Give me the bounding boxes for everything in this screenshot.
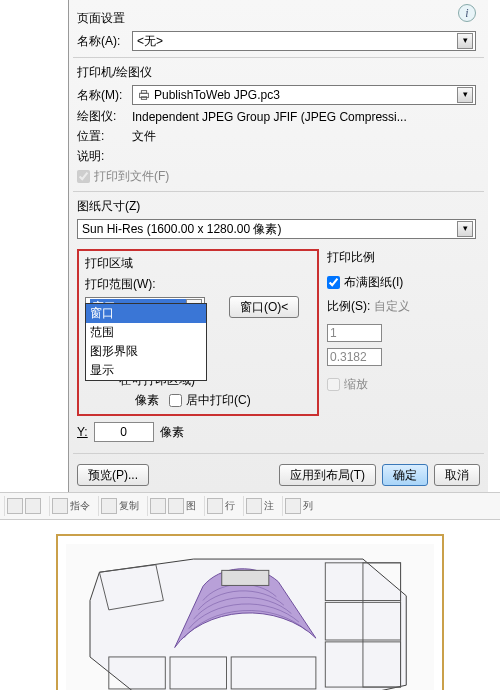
center-print-checkbox[interactable]: 居中打印(C): [169, 392, 251, 409]
print-preview-area: [0, 520, 500, 690]
tool-icon[interactable]: [168, 498, 184, 514]
location-value: 文件: [132, 128, 480, 145]
printer-group: 打印机/绘图仪 名称(M): PublishToWeb JPG.pc3 ▾ 绘图…: [77, 62, 480, 185]
dropdown-item[interactable]: 图形界限: [86, 342, 206, 361]
combo-text: Sun Hi-Res (1600.00 x 1280.00 像素): [82, 221, 457, 238]
ribbon-toolbar: 指令 复制 图 行 注 列: [0, 492, 500, 520]
preview-frame: [56, 534, 444, 690]
range-dropdown[interactable]: 窗口 范围 图形界限 显示: [85, 303, 207, 381]
center-print-label: 居中打印(C): [186, 392, 251, 409]
unit-label: 像素: [135, 392, 159, 409]
tb-group[interactable]: 复制: [98, 496, 141, 516]
floorplan-drawing: [66, 544, 434, 690]
ratio-value: 自定义: [374, 298, 410, 315]
dropdown-item[interactable]: 范围: [86, 323, 206, 342]
scale-num1-input[interactable]: [327, 324, 382, 342]
window-button[interactable]: 窗口(O)<: [229, 296, 299, 318]
print-to-file-checkbox: 打印到文件(F): [77, 168, 169, 185]
unit-label: 像素: [160, 424, 184, 441]
chevron-down-icon[interactable]: ▾: [457, 87, 473, 103]
info-icon[interactable]: i: [458, 4, 476, 22]
print-dialog: i 页面设置 名称(A): <无> ▾ 打印机/绘图仪 名称(M): Publi…: [68, 0, 488, 492]
shrink-checkbox: 缩放: [327, 376, 368, 393]
fit-label: 布满图纸(I): [344, 274, 403, 291]
ok-button[interactable]: 确定: [382, 464, 428, 486]
dropdown-item[interactable]: 窗口: [86, 304, 206, 323]
name-a-combo[interactable]: <无> ▾: [132, 31, 476, 51]
desc-label: 说明:: [77, 148, 132, 165]
tb-group[interactable]: [4, 496, 43, 516]
page-setup-group: 页面设置 名称(A): <无> ▾: [77, 8, 480, 51]
tool-icon[interactable]: [7, 498, 23, 514]
page-setup-title: 页面设置: [77, 10, 480, 27]
print-area-highlight: 打印区域 打印范围(W): 窗口 ▾ 窗口(O)< 窗口 范围 图形界限 显示: [77, 249, 319, 416]
tool-icon[interactable]: [150, 498, 166, 514]
tool-icon[interactable]: [246, 498, 262, 514]
tool-icon[interactable]: [285, 498, 301, 514]
location-label: 位置:: [77, 128, 132, 145]
tool-icon[interactable]: [52, 498, 68, 514]
tool-icon[interactable]: [25, 498, 41, 514]
print-scale-group: 打印比例 布满图纸(I) 比例(S): 自定义 缩放: [327, 245, 480, 445]
range-label: 打印范围(W):: [85, 276, 311, 293]
name-a-label: 名称(A):: [77, 33, 132, 50]
dialog-footer: 预览(P)... 应用到布局(T) 确定 取消: [77, 458, 480, 490]
print-area-title: 打印区域: [85, 255, 311, 272]
fit-checkbox[interactable]: 布满图纸(I): [327, 274, 403, 291]
printer-title: 打印机/绘图仪: [77, 64, 480, 81]
ratio-label: 比例(S):: [327, 298, 370, 315]
fit-input[interactable]: [327, 276, 340, 289]
center-print-input[interactable]: [169, 394, 182, 407]
scale-num2-input[interactable]: [327, 348, 382, 366]
combo-text: <无>: [137, 33, 457, 50]
printer-name-combo[interactable]: PublishToWeb JPG.pc3 ▾: [132, 85, 476, 105]
cancel-button[interactable]: 取消: [434, 464, 480, 486]
combo-text: PublishToWeb JPG.pc3: [154, 88, 457, 102]
tool-icon[interactable]: [101, 498, 117, 514]
plotter-label: 绘图仪:: [77, 108, 132, 125]
tb-group[interactable]: 列: [282, 496, 315, 516]
chevron-down-icon[interactable]: ▾: [457, 33, 473, 49]
scale-title: 打印比例: [327, 249, 480, 266]
apply-layout-button[interactable]: 应用到布局(T): [279, 464, 376, 486]
tb-group[interactable]: 行: [204, 496, 237, 516]
print-to-file-label: 打印到文件(F): [94, 168, 169, 185]
y-input[interactable]: [94, 422, 154, 442]
tb-group[interactable]: 图: [147, 496, 198, 516]
y-label: Y:: [77, 425, 88, 439]
paper-size-title: 图纸尺寸(Z): [77, 198, 480, 215]
paper-size-group: 图纸尺寸(Z) Sun Hi-Res (1600.00 x 1280.00 像素…: [77, 196, 480, 239]
shrink-input: [327, 378, 340, 391]
shrink-label: 缩放: [344, 376, 368, 393]
svg-rect-11: [222, 570, 269, 585]
plotter-value: Independent JPEG Group JFIF (JPEG Compre…: [132, 110, 480, 124]
dropdown-item[interactable]: 显示: [86, 361, 206, 380]
chevron-down-icon[interactable]: ▾: [457, 221, 473, 237]
paper-size-combo[interactable]: Sun Hi-Res (1600.00 x 1280.00 像素) ▾: [77, 219, 476, 239]
printer-icon: [137, 88, 151, 102]
print-to-file-input: [77, 170, 90, 183]
svg-rect-1: [141, 91, 146, 94]
name-m-label: 名称(M):: [77, 87, 132, 104]
preview-button[interactable]: 预览(P)...: [77, 464, 149, 486]
tb-group[interactable]: 指令: [49, 496, 92, 516]
tool-icon[interactable]: [207, 498, 223, 514]
tb-group[interactable]: 注: [243, 496, 276, 516]
